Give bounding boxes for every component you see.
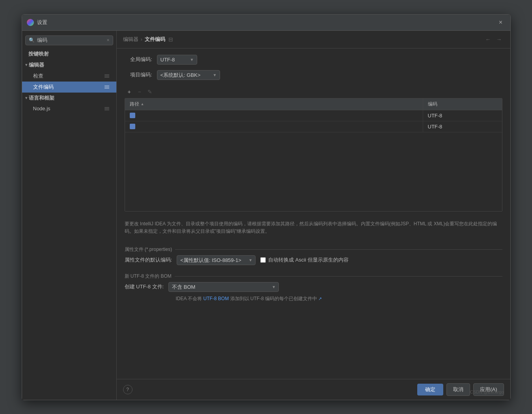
external-link-icon: ↗: [318, 296, 322, 301]
nav-buttons: ← →: [483, 35, 504, 44]
table-empty-area: [125, 132, 502, 211]
sidebar: 🔍 × 按键映射 ▾ 编辑器 检查 文件编码: [22, 31, 117, 400]
project-encoding-row: 项目编码: <系统默认: GBK> UTF-8 GBK ▼: [125, 70, 502, 80]
svg-rect-6: [105, 107, 109, 108]
bom-select[interactable]: 不含 BOM 含 BOM 按需添加 BOM: [168, 282, 279, 292]
properties-encoding-select[interactable]: <属性默认值: ISO-8859-1> UTF-8 GBK: [177, 255, 256, 265]
chevron-down-icon: ▾: [25, 63, 27, 67]
settings-icon-encoding: [104, 84, 110, 90]
project-encoding-select-wrap[interactable]: <系统默认: GBK> UTF-8 GBK ▼: [157, 70, 220, 80]
content-area: 🔍 × 按键映射 ▾ 编辑器 检查 文件编码: [22, 31, 510, 400]
sidebar-section-editor[interactable]: ▾ 编辑器: [22, 59, 116, 71]
encoding-cell: UTF-8: [423, 110, 502, 121]
help-button[interactable]: ?: [123, 385, 133, 394]
svg-rect-0: [105, 74, 109, 75]
bookmark-icon: ⊟: [168, 36, 173, 43]
remove-encoding-button[interactable]: −: [135, 87, 144, 97]
bom-footer-note: IDEA 不会将 UTF-8 BOM 添加到以 UTF-8 编码的每个已创建文件…: [125, 295, 502, 303]
project-encoding-label: 项目编码:: [125, 71, 152, 78]
footer-left: ?: [123, 385, 133, 394]
dialog-footer: ? 确定 取消 应用(A): [117, 379, 510, 400]
ascii-checkbox-row: 自动转换成 Ascii 但显示原生的内容: [260, 256, 349, 264]
breadcrumb-current: 文件编码: [145, 36, 165, 43]
sort-asc-icon: ▲: [141, 102, 144, 106]
svg-rect-8: [105, 110, 109, 110]
cancel-button[interactable]: 取消: [446, 383, 470, 396]
settings-icon-nodejs: [104, 106, 110, 112]
sidebar-item-nodejs[interactable]: Node.js: [22, 104, 116, 114]
svg-rect-1: [105, 76, 109, 76]
search-input[interactable]: [37, 37, 107, 43]
global-encoding-row: 全局编码: UTF-8 GBK ISO-8859-1 ▼: [125, 55, 502, 65]
bom-create-label: 创建 UTF-8 文件:: [125, 283, 164, 290]
bom-section: 新 UTF-8 文件的 BOM 创建 UTF-8 文件: 不含 BOM 含 BO…: [125, 271, 502, 303]
settings-body: 全局编码: UTF-8 GBK ISO-8859-1 ▼ 项目编码:: [117, 48, 510, 379]
path-preview: [130, 113, 137, 119]
watermark: CSDN @Escargo: [470, 390, 504, 394]
table-body: UTF-8: [125, 110, 502, 211]
encoding-table-section: + − ✎ 路径 ▲ 编码: [125, 85, 502, 212]
properties-section-label: 属性文件 (*.properties): [125, 246, 172, 253]
divider-line: [175, 249, 502, 250]
settings-icon: [104, 73, 110, 79]
properties-divider: 属性文件 (*.properties): [125, 246, 502, 253]
sidebar-item-keybindings[interactable]: 按键映射: [22, 48, 116, 59]
table-row[interactable]: UTF-8: [125, 121, 502, 132]
encoding-table: 路径 ▲ 编码: [125, 98, 502, 212]
table-row[interactable]: UTF-8: [125, 110, 502, 121]
close-button[interactable]: ×: [496, 18, 506, 27]
global-encoding-select-wrap[interactable]: UTF-8 GBK ISO-8859-1 ▼: [157, 55, 197, 65]
svg-rect-7: [105, 108, 109, 109]
add-encoding-button[interactable]: +: [125, 87, 134, 97]
main-header: 编辑器 › 文件编码 ⊟ ← →: [117, 31, 510, 48]
sidebar-item-file-encoding[interactable]: 文件编码: [22, 82, 116, 93]
path-cell: [125, 121, 423, 132]
folder-icon: [130, 113, 135, 118]
app-icon: [27, 19, 34, 26]
ascii-checkbox-label: 自动转换成 Ascii 但显示原生的内容: [268, 256, 349, 264]
title-bar: 设置 ×: [22, 15, 510, 31]
window-title: 设置: [37, 19, 496, 26]
search-clear-icon[interactable]: ×: [106, 37, 109, 43]
info-text: 要更改 IntelliJ IDEA 为文件、目录或整个项目使用的编码，请根据需要…: [125, 217, 502, 238]
ascii-checkbox[interactable]: [260, 257, 266, 263]
global-encoding-select[interactable]: UTF-8 GBK ISO-8859-1: [157, 55, 197, 65]
properties-encoding-select-wrap[interactable]: <属性默认值: ISO-8859-1> UTF-8 GBK ▼: [177, 255, 256, 265]
bom-section-label: 新 UTF-8 文件的 BOM: [125, 273, 172, 280]
path-preview: [130, 124, 137, 130]
edit-encoding-button[interactable]: ✎: [145, 87, 155, 97]
bom-link[interactable]: UTF-8 BOM: [203, 296, 229, 301]
svg-rect-5: [105, 88, 109, 89]
global-encoding-label: 全局编码:: [125, 56, 152, 63]
folder-icon: [130, 124, 135, 129]
svg-rect-4: [105, 87, 109, 87]
breadcrumb-separator: ›: [141, 36, 142, 42]
encoding-column-header: 编码: [423, 98, 502, 110]
table-header: 路径 ▲ 编码: [125, 98, 502, 110]
breadcrumb-parent: 编辑器: [123, 36, 138, 43]
svg-rect-3: [105, 85, 109, 86]
bom-divider-line: [175, 276, 502, 277]
properties-encoding-label: 属性文件的默认编码:: [125, 256, 172, 264]
search-icon: 🔍: [29, 37, 35, 43]
path-cell: [125, 110, 423, 121]
breadcrumb: 编辑器 › 文件编码 ⊟: [123, 36, 483, 43]
chevron-lang-icon: ▾: [25, 96, 27, 100]
forward-button[interactable]: →: [495, 35, 504, 44]
search-box[interactable]: 🔍 ×: [25, 35, 113, 45]
properties-section: 属性文件 (*.properties) 属性文件的默认编码: <属性默认值: I…: [125, 244, 502, 265]
sidebar-section-lang[interactable]: ▾ 语言和框架: [22, 93, 116, 104]
sidebar-item-inspection[interactable]: 检查: [22, 71, 116, 82]
project-encoding-select[interactable]: <系统默认: GBK> UTF-8 GBK: [157, 70, 220, 80]
bom-select-wrap[interactable]: 不含 BOM 含 BOM 按需添加 BOM ▼: [168, 282, 279, 292]
table-toolbar: + − ✎: [125, 85, 502, 98]
svg-rect-2: [105, 77, 109, 78]
back-button[interactable]: ←: [483, 35, 493, 44]
bom-divider: 新 UTF-8 文件的 BOM: [125, 273, 502, 280]
ok-button[interactable]: 确定: [417, 384, 443, 395]
main-content: 编辑器 › 文件编码 ⊟ ← → 全局编码: UTF-8: [117, 31, 510, 400]
encoding-cell: UTF-8: [423, 121, 502, 132]
properties-encoding-row: 属性文件的默认编码: <属性默认值: ISO-8859-1> UTF-8 GBK…: [125, 255, 502, 265]
bom-create-row: 创建 UTF-8 文件: 不含 BOM 含 BOM 按需添加 BOM ▼: [125, 282, 502, 292]
path-column-header: 路径 ▲: [125, 98, 423, 110]
